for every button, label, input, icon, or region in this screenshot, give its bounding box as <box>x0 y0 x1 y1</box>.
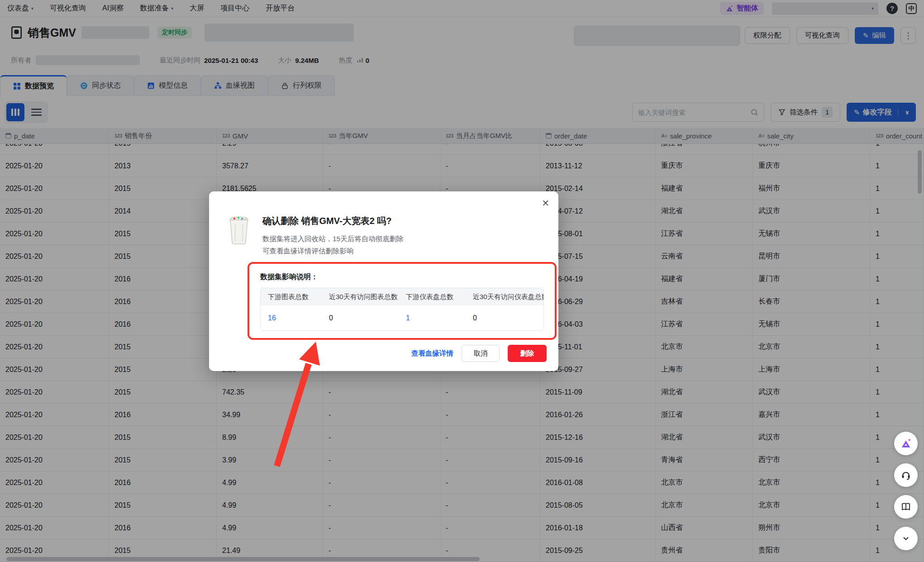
close-icon[interactable]: ✕ <box>542 198 549 209</box>
cancel-button[interactable]: 取消 <box>462 345 500 362</box>
impact-value-downstream-dashboards[interactable]: 1 <box>399 305 466 330</box>
app-window: 仪表盘▾ 可视化查询 AI洞察 数据准备▾ 大屏 项目中心 开放平台 智能体 ▾… <box>0 0 924 562</box>
headset-icon <box>900 470 911 481</box>
floating-buttons <box>894 432 918 550</box>
delete-button[interactable]: 删除 <box>508 345 547 362</box>
impact-col-visited-charts: 近30天有访问图表总数 <box>322 288 399 305</box>
docs-button[interactable] <box>894 495 918 519</box>
delete-confirm-modal: ✕ 确认删除 销售GMV-大宽表2 吗? 数据集将进入回收站，15天后将自动彻底… <box>209 191 558 371</box>
impact-col-visited-dashboards: 近30天有访问仪表盘总数 <box>466 288 544 305</box>
chevron-down-icon <box>901 534 910 543</box>
modal-desc-line1: 数据集将进入回收站，15天后将自动彻底删除 <box>262 233 404 245</box>
impact-col-downstream-dashboards: 下游仪表盘总数 <box>399 288 466 305</box>
impact-value-downstream-charts[interactable]: 16 <box>261 305 322 330</box>
impact-section: 数据集影响说明： 下游图表总数 近30天有访问图表总数 下游仪表盘总数 近30天… <box>250 265 554 337</box>
open-book-icon <box>900 501 911 512</box>
ai-assistant-button[interactable] <box>894 432 918 455</box>
impact-value-visited-dashboards: 0 <box>466 305 543 330</box>
impact-col-downstream-charts: 下游图表总数 <box>261 288 322 305</box>
ai-mountain-icon <box>900 438 912 449</box>
collapse-button[interactable] <box>894 527 918 550</box>
support-button[interactable] <box>894 463 918 487</box>
impact-label: 数据集影响说明： <box>260 272 544 282</box>
modal-desc-line2: 可查看血缘详情评估删除影响 <box>262 245 404 257</box>
view-lineage-link[interactable]: 查看血缘详情 <box>411 349 453 358</box>
trash-bin-icon <box>226 215 252 245</box>
impact-value-visited-charts: 0 <box>322 305 399 330</box>
modal-title: 确认删除 销售GMV-大宽表2 吗? <box>262 215 404 227</box>
impact-table: 下游图表总数 近30天有访问图表总数 下游仪表盘总数 近30天有访问仪表盘总数 … <box>260 288 544 331</box>
